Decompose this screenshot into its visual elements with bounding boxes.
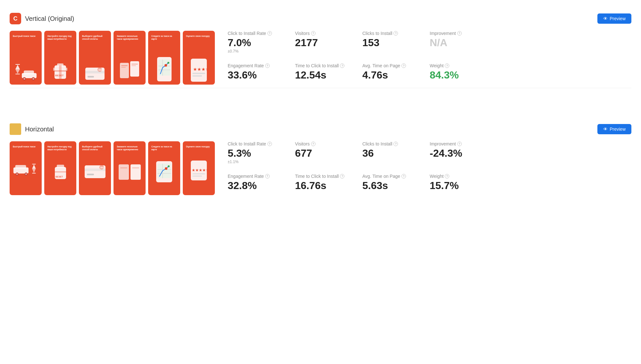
metric-label: Weight? xyxy=(430,174,487,179)
metric-item-1-3: Weight?15.7% xyxy=(426,174,491,191)
metric-value: -24.3% xyxy=(430,148,487,159)
help-icon[interactable]: ? xyxy=(267,142,272,146)
svg-point-68 xyxy=(168,165,170,167)
help-icon[interactable]: ? xyxy=(311,31,316,36)
svg-rect-38 xyxy=(192,75,202,77)
screenshot-item[interactable]: Оцените свою поездку ★★★★★ xyxy=(183,141,215,195)
metric-label-text: Click to Install Rate xyxy=(228,141,266,146)
help-icon[interactable]: ? xyxy=(340,63,344,68)
metric-label-text: Improvement xyxy=(430,141,456,146)
help-icon[interactable]: ? xyxy=(401,174,406,178)
help-icon[interactable]: ? xyxy=(265,63,270,68)
screenshot-item[interactable]: Закажите несколько такси одновременно xyxy=(114,31,146,85)
svg-text:RH: RH xyxy=(100,167,104,169)
metric-value: 16.76s xyxy=(295,180,353,191)
metric-label-text: Improvement xyxy=(430,31,456,36)
svg-rect-45 xyxy=(32,164,36,164)
svg-rect-22 xyxy=(120,63,129,78)
screenshot-item[interactable]: Оцените свою поездку ★★★★★ xyxy=(183,31,215,85)
variant-header: Horizontal👁Preview xyxy=(10,123,631,135)
help-icon[interactable]: ? xyxy=(311,142,316,146)
screenshot-item[interactable]: Настройте поездку под ваши потребности В… xyxy=(44,31,76,85)
svg-rect-24 xyxy=(121,65,128,66)
svg-rect-26 xyxy=(131,64,138,64)
help-icon[interactable]: ? xyxy=(393,142,398,146)
svg-rect-50 xyxy=(57,165,64,168)
metric-value: 677 xyxy=(295,148,353,159)
svg-rect-58 xyxy=(119,164,129,180)
screenshot-item[interactable]: Закажите несколько такси одновременно xyxy=(114,141,146,195)
metric-label: Engagement Rate? xyxy=(228,63,285,68)
metric-label-text: Engagement Rate xyxy=(228,174,264,179)
eye-icon: 👁 xyxy=(603,127,608,132)
screenshot-item[interactable]: Следите за такси на карте xyxy=(148,141,180,195)
metric-item-1-1: Time to Click to Install?16.76s xyxy=(292,174,356,191)
variant-content: Быстрый поиск такси Настр xyxy=(10,31,631,85)
screenshot-item[interactable]: Выберите удобный способ оплаты RH xyxy=(79,141,111,195)
screenshot-item[interactable]: Выберите удобный способ оплаты RH xyxy=(79,31,111,85)
screenshot-item[interactable]: Быстрый поиск такси xyxy=(10,31,42,85)
variant-icon xyxy=(10,123,21,135)
variant-section-horizontal: Horizontal👁Preview Быстрый поиск такси xyxy=(10,117,631,202)
metric-label: Clicks to Install? xyxy=(362,31,420,36)
screenshot-item[interactable]: Настройте поездку под ваши потребности В… xyxy=(44,141,76,195)
svg-point-33 xyxy=(164,64,167,67)
metric-value: 7.0% xyxy=(228,37,285,48)
svg-rect-23 xyxy=(130,61,139,77)
help-icon[interactable]: ? xyxy=(340,174,344,178)
preview-button[interactable]: 👁Preview xyxy=(597,124,631,134)
metric-label: Visitors? xyxy=(295,141,353,146)
metric-label-text: Time to Click to Install xyxy=(295,63,339,68)
svg-rect-61 xyxy=(132,168,139,168)
metric-value: 5.63s xyxy=(362,180,420,191)
metrics-wrapper: Click to Install Rate?5.3%±1.1%Visitors?… xyxy=(224,141,631,191)
variant-content: Быстрый поиск такси Настройте поездк xyxy=(10,141,631,195)
metric-value: 15.7% xyxy=(430,180,487,191)
metric-label: Clicks to Install? xyxy=(362,141,420,146)
help-icon[interactable]: ? xyxy=(393,31,398,36)
variant-section-vertical: CVertical (Original)👁Preview Быстрый пои… xyxy=(10,6,631,104)
metric-item-0-3: Improvement?N/A xyxy=(426,31,491,54)
help-icon[interactable]: ? xyxy=(445,63,449,68)
svg-rect-14 xyxy=(53,68,55,71)
help-icon[interactable]: ? xyxy=(265,174,270,178)
svg-text:★★★★★: ★★★★★ xyxy=(193,67,208,72)
metric-label: Avg. Time on Page? xyxy=(362,63,420,68)
preview-button[interactable]: 👁Preview xyxy=(597,13,631,24)
preview-label: Preview xyxy=(610,127,626,132)
help-icon[interactable]: ? xyxy=(457,142,462,146)
help-icon[interactable]: ? xyxy=(401,63,406,68)
metric-value: 2177 xyxy=(295,37,353,48)
svg-point-44 xyxy=(25,173,27,175)
metric-item-1-3: Weight?84.3% xyxy=(426,63,491,81)
metric-label: Weight? xyxy=(430,63,487,68)
metric-item-0-0: Click to Install Rate?7.0%±0.7% xyxy=(224,31,289,54)
metric-label: Improvement? xyxy=(430,141,487,146)
metric-label-text: Avg. Time on Page xyxy=(362,63,400,68)
metric-sub: ±0.7% xyxy=(228,49,285,54)
svg-point-7 xyxy=(23,78,25,80)
screenshot-item[interactable]: Следите за такси на карте xyxy=(148,31,180,85)
metric-label: Visitors? xyxy=(295,31,353,36)
svg-rect-40 xyxy=(15,165,26,169)
svg-point-34 xyxy=(167,62,169,64)
metric-item-0-0: Click to Install Rate?5.3%±1.1% xyxy=(224,141,289,164)
metric-label-text: Avg. Time on Page xyxy=(362,174,400,179)
metric-label: Avg. Time on Page? xyxy=(362,174,420,179)
help-icon[interactable]: ? xyxy=(267,31,272,36)
metric-value: 5.3% xyxy=(228,148,285,159)
help-icon[interactable]: ? xyxy=(457,31,462,36)
svg-rect-37 xyxy=(192,73,205,74)
help-icon[interactable]: ? xyxy=(445,174,449,178)
screenshot-item[interactable]: Быстрый поиск такси xyxy=(10,141,42,195)
metric-value: N/A xyxy=(430,37,487,48)
svg-text:ВЕЗЕТ: ВЕЗЕТ xyxy=(55,176,63,178)
metric-item-1-0: Engagement Rate?32.8% xyxy=(224,174,289,191)
metric-value: 33.6% xyxy=(228,70,285,81)
svg-marker-47 xyxy=(32,169,36,173)
svg-point-9 xyxy=(32,78,34,80)
metric-value: 4.76s xyxy=(362,70,420,81)
metric-item-1-0: Engagement Rate?33.6% xyxy=(224,63,289,81)
metrics-wrapper: Click to Install Rate?7.0%±0.7%Visitors?… xyxy=(224,31,631,81)
svg-rect-55 xyxy=(87,174,94,175)
